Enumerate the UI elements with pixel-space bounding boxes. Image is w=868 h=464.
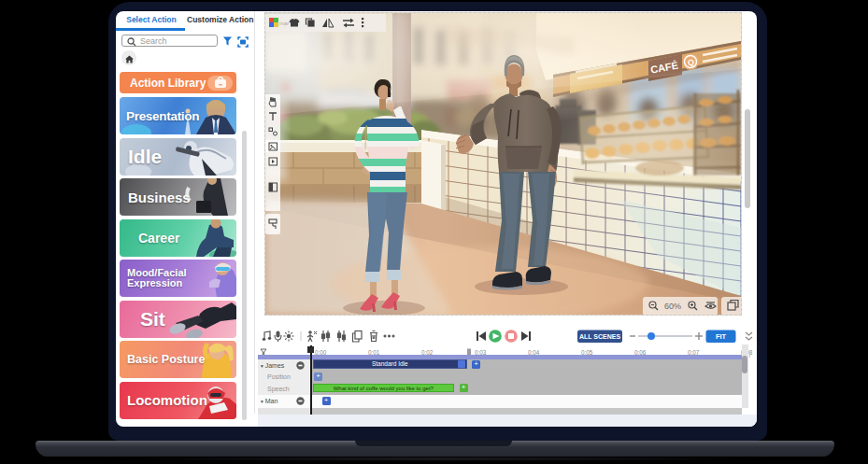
svg-text:mar: mar <box>279 21 289 26</box>
svg-text:ALL SCENES: ALL SCENES <box>579 333 621 340</box>
svg-text:FIT: FIT <box>716 332 727 341</box>
